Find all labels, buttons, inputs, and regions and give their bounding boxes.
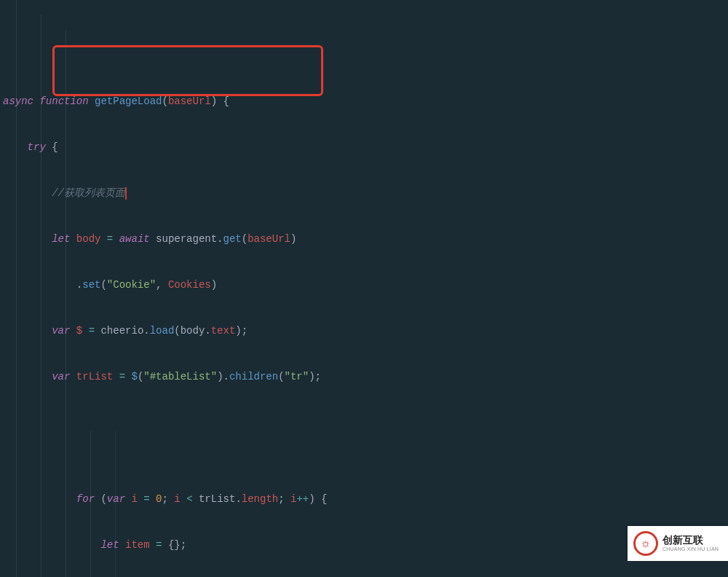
code-line[interactable]: .set("Cookie", Cookies) bbox=[0, 278, 728, 293]
code-line[interactable]: var trList = $("#tableList").children("t… bbox=[0, 369, 728, 385]
logo-cn-text: 创新互联 bbox=[662, 535, 719, 546]
code-line[interactable]: try { bbox=[0, 140, 728, 155]
logo-en-text: CHUANG XIN HU LIAN bbox=[662, 546, 719, 552]
code-line[interactable]: var $ = cheerio.load(body.text); bbox=[0, 323, 728, 339]
cursor-icon bbox=[125, 187, 127, 200]
code-line[interactable]: //获取列表页面 bbox=[0, 186, 728, 201]
code-editor[interactable]: async function getPageLoad(baseUrl) { tr… bbox=[0, 0, 728, 577]
code-line[interactable]: let body = await superagent.get(baseUrl) bbox=[0, 232, 728, 247]
code-line[interactable]: let item = {}; bbox=[0, 538, 728, 553]
watermark-logo: ☼ 创新互联 CHUANG XIN HU LIAN bbox=[628, 526, 728, 561]
code-line[interactable]: for (var i = 0; i < trList.length; i++) … bbox=[0, 492, 728, 507]
code-line[interactable]: async function getPageLoad(baseUrl) { bbox=[0, 94, 728, 109]
highlight-box bbox=[52, 45, 323, 96]
logo-icon: ☼ bbox=[633, 531, 658, 556]
